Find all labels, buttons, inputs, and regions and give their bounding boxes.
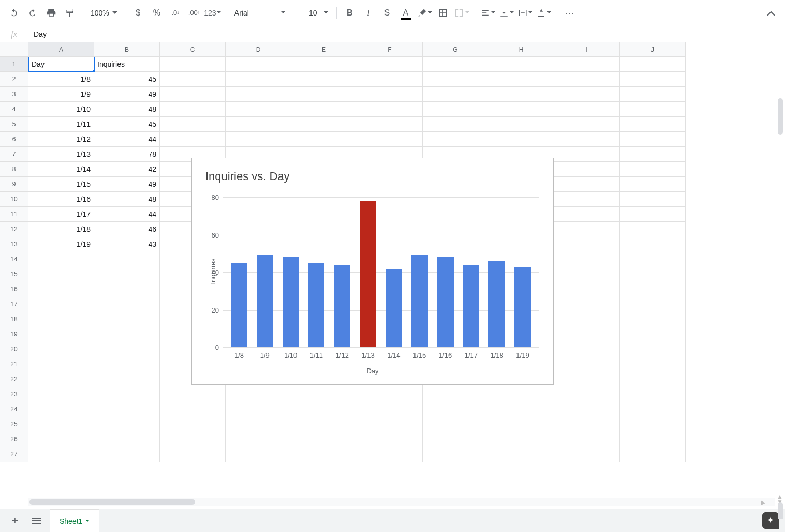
cell[interactable] bbox=[620, 312, 686, 327]
cell[interactable] bbox=[620, 147, 686, 162]
bold-button[interactable]: B bbox=[341, 4, 359, 22]
vertical-scrollbar-lower[interactable] bbox=[778, 502, 783, 519]
cell[interactable]: 49 bbox=[94, 177, 160, 192]
vertical-align-button[interactable] bbox=[498, 4, 515, 22]
cell[interactable] bbox=[554, 87, 620, 102]
chart-bar[interactable] bbox=[283, 257, 299, 347]
cell[interactable] bbox=[357, 72, 423, 87]
cell[interactable] bbox=[226, 72, 291, 87]
cell[interactable] bbox=[226, 87, 291, 102]
cell[interactable] bbox=[554, 192, 620, 207]
cell[interactable]: Inquiries bbox=[94, 57, 160, 72]
currency-button[interactable]: $ bbox=[129, 4, 147, 22]
cell[interactable] bbox=[423, 72, 488, 87]
cell[interactable] bbox=[554, 252, 620, 267]
horizontal-align-button[interactable] bbox=[479, 4, 497, 22]
column-header[interactable]: G bbox=[423, 42, 488, 57]
cell[interactable] bbox=[620, 57, 686, 72]
cell[interactable]: 1/10 bbox=[28, 102, 94, 117]
cell[interactable] bbox=[28, 372, 94, 387]
cell[interactable] bbox=[160, 402, 226, 417]
row-header[interactable]: 6 bbox=[0, 132, 28, 147]
cell[interactable] bbox=[554, 357, 620, 372]
cell[interactable] bbox=[554, 102, 620, 117]
cell[interactable] bbox=[620, 252, 686, 267]
cell[interactable]: 1/12 bbox=[28, 132, 94, 147]
cell[interactable] bbox=[160, 387, 226, 402]
cell[interactable] bbox=[620, 72, 686, 87]
chart-bar[interactable] bbox=[334, 265, 350, 348]
cell[interactable] bbox=[488, 417, 554, 432]
row-header[interactable]: 1 bbox=[0, 57, 28, 72]
row-header[interactable]: 14 bbox=[0, 252, 28, 267]
column-header[interactable]: A bbox=[28, 42, 94, 57]
formula-input[interactable] bbox=[28, 26, 785, 42]
chart-bar[interactable] bbox=[437, 257, 454, 347]
cell[interactable] bbox=[488, 102, 554, 117]
cell[interactable] bbox=[226, 132, 291, 147]
chart-bar[interactable] bbox=[308, 263, 324, 347]
cell[interactable] bbox=[554, 327, 620, 342]
cell[interactable]: 45 bbox=[94, 117, 160, 132]
cell[interactable] bbox=[226, 117, 291, 132]
cell[interactable] bbox=[488, 132, 554, 147]
cell[interactable] bbox=[554, 177, 620, 192]
cell[interactable] bbox=[28, 312, 94, 327]
vertical-scrollbar[interactable] bbox=[778, 98, 783, 135]
row-header[interactable]: 26 bbox=[0, 432, 28, 447]
cell[interactable] bbox=[357, 87, 423, 102]
row-header[interactable]: 16 bbox=[0, 282, 28, 297]
cell[interactable]: 44 bbox=[94, 207, 160, 222]
cell[interactable] bbox=[554, 417, 620, 432]
column-header[interactable]: D bbox=[226, 42, 291, 57]
cell[interactable] bbox=[226, 432, 291, 447]
cell[interactable] bbox=[620, 267, 686, 282]
cell[interactable] bbox=[554, 372, 620, 387]
cell[interactable] bbox=[357, 402, 423, 417]
cell[interactable] bbox=[620, 282, 686, 297]
cell[interactable] bbox=[423, 447, 488, 462]
cell[interactable] bbox=[423, 87, 488, 102]
font-family-dropdown[interactable]: Arial bbox=[230, 4, 292, 22]
cell[interactable] bbox=[94, 417, 160, 432]
select-all-corner[interactable] bbox=[0, 42, 28, 57]
cell[interactable] bbox=[160, 417, 226, 432]
number-format-dropdown[interactable]: 123 bbox=[204, 4, 221, 22]
cell[interactable]: 1/8 bbox=[28, 72, 94, 87]
cell[interactable]: 1/13 bbox=[28, 147, 94, 162]
cell[interactable] bbox=[28, 417, 94, 432]
column-header[interactable]: H bbox=[488, 42, 554, 57]
cell[interactable] bbox=[423, 387, 488, 402]
cell[interactable] bbox=[554, 432, 620, 447]
cell[interactable] bbox=[620, 327, 686, 342]
cell[interactable] bbox=[226, 102, 291, 117]
cell[interactable] bbox=[488, 402, 554, 417]
zoom-dropdown[interactable]: 100% bbox=[87, 4, 121, 22]
row-header[interactable]: 22 bbox=[0, 372, 28, 387]
column-header[interactable]: I bbox=[554, 42, 620, 57]
more-button[interactable]: ⋯ bbox=[561, 4, 579, 22]
chart-bar[interactable] bbox=[386, 269, 402, 347]
cell[interactable] bbox=[291, 87, 357, 102]
chart-bar[interactable] bbox=[514, 267, 531, 347]
text-color-button[interactable]: A bbox=[397, 4, 414, 22]
cell[interactable] bbox=[620, 387, 686, 402]
cell[interactable] bbox=[554, 387, 620, 402]
row-header[interactable]: 7 bbox=[0, 147, 28, 162]
font-size-dropdown[interactable]: 10 bbox=[301, 4, 332, 22]
cell[interactable] bbox=[357, 432, 423, 447]
row-header[interactable]: 21 bbox=[0, 357, 28, 372]
chart-bar[interactable] bbox=[463, 265, 479, 348]
paint-format-button[interactable] bbox=[61, 4, 79, 22]
row-header[interactable]: 13 bbox=[0, 237, 28, 252]
cell[interactable] bbox=[488, 87, 554, 102]
horizontal-scrollbar[interactable] bbox=[28, 498, 775, 506]
cell[interactable] bbox=[620, 222, 686, 237]
cell[interactable] bbox=[554, 147, 620, 162]
row-header[interactable]: 10 bbox=[0, 192, 28, 207]
cell[interactable] bbox=[357, 132, 423, 147]
cell[interactable] bbox=[94, 327, 160, 342]
cell[interactable] bbox=[620, 87, 686, 102]
cell[interactable] bbox=[226, 417, 291, 432]
cell[interactable] bbox=[554, 222, 620, 237]
